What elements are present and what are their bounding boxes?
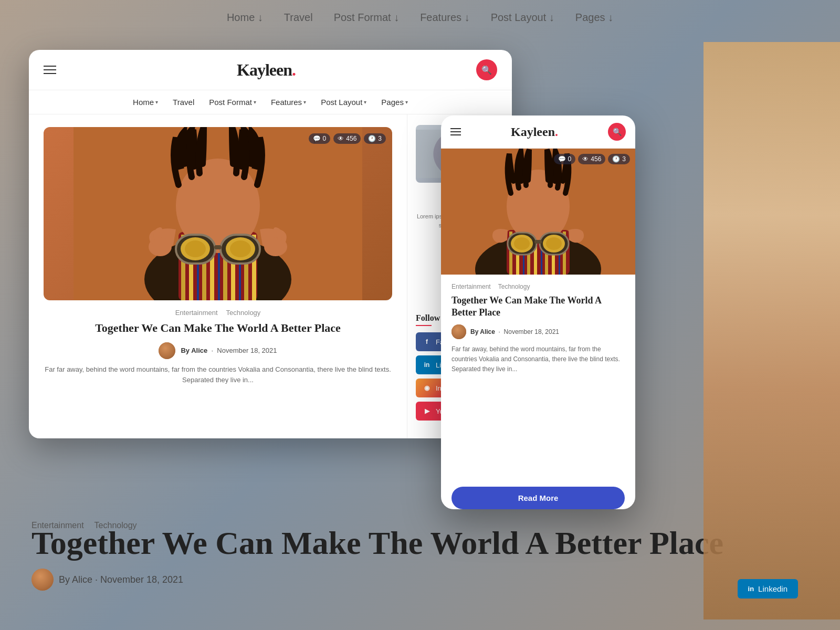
article-categories: Entertainment Technology	[44, 309, 392, 317]
mobile-header: Kayleen. 🔍	[441, 116, 635, 149]
mobile-mockup: Kayleen. 🔍	[441, 116, 635, 509]
search-icon: 🔍	[481, 65, 492, 75]
bg-right-panel	[704, 42, 840, 620]
article-author-row: By Alice · November 18, 2021	[44, 342, 392, 359]
mobile-categories: Entertainment Technology	[452, 283, 625, 290]
mobile-article-excerpt: Far far away, behind the word mountains,…	[452, 344, 625, 375]
linkedin-label: Linkedin	[758, 584, 788, 593]
instagram-icon: ◉	[422, 383, 432, 393]
svg-point-47	[546, 237, 562, 250]
article-image: 💬 0 👁 456 🕐 3	[44, 127, 392, 300]
article-excerpt: Far far away, behind the word mountains,…	[44, 364, 392, 386]
mobile-content: Entertainment Technology Together We Can…	[441, 275, 635, 479]
nav-postformat[interactable]: Post Format ▾	[209, 98, 256, 107]
svg-rect-48	[534, 240, 542, 244]
mobile-views-badge: 👁 456	[578, 154, 605, 164]
bg-author-avatar	[32, 569, 54, 591]
article-date: November 18, 2021	[217, 346, 277, 354]
nav-postlayout[interactable]: Post Layout ▾	[321, 98, 366, 107]
bg-nav-travel[interactable]: Travel	[284, 12, 313, 24]
nav-travel[interactable]: Travel	[173, 98, 194, 107]
follow-divider	[416, 325, 432, 326]
svg-point-46	[514, 237, 530, 250]
svg-rect-21	[214, 245, 222, 249]
logo-dot: .	[292, 60, 296, 79]
desktop-logo: Kayleen.	[237, 60, 296, 80]
hamburger-menu-button[interactable]	[44, 66, 56, 74]
logo-text: Kayleen	[237, 60, 292, 79]
mobile-article-badges: 💬 0 👁 456 🕐 3	[554, 154, 630, 164]
desktop-header: Kayleen. 🔍	[29, 50, 512, 90]
article-badges: 💬 0 👁 456 🕐 3	[309, 133, 386, 144]
bg-nav: Home ↓ Travel Post Format ↓ Features ↓ P…	[0, 12, 840, 24]
mobile-likes-badge: 🕐 3	[608, 154, 630, 164]
desktop-content: 💬 0 👁 456 🕐 3 Entertainment Technol	[29, 114, 512, 438]
facebook-icon: f	[422, 337, 432, 346]
youtube-icon: ▶	[422, 406, 432, 416]
views-badge: 👁 456	[333, 133, 361, 144]
mobile-article-title: Together We Can Make The World A Better …	[452, 295, 625, 319]
comment-icon: 💬	[313, 135, 321, 142]
views-icon: 👁	[338, 135, 344, 142]
mobile-hamburger-line2	[450, 131, 461, 132]
desktop-nav: Home ▾ Travel Post Format ▾ Features ▾ P…	[29, 90, 512, 114]
likes-icon: 🕐	[368, 135, 376, 142]
svg-point-19	[185, 240, 206, 257]
article-cat-entertainment[interactable]: Entertainment	[175, 309, 218, 317]
nav-pages-chevron: ▾	[405, 99, 408, 105]
author-avatar	[159, 342, 175, 359]
mobile-author-name: By Alice	[470, 328, 495, 335]
nav-pages[interactable]: Pages ▾	[381, 98, 408, 107]
mobile-author-info: By Alice · November 18, 2021	[470, 328, 559, 335]
bg-linkedin-button[interactable]: in Linkedin	[738, 579, 798, 598]
hamburger-line1	[44, 66, 56, 67]
bg-nav-postlayout[interactable]: Post Layout ↓	[491, 12, 554, 24]
bg-author-row: By Alice · November 18, 2021	[32, 569, 183, 591]
article-title: Together We Can Make The World A Better …	[44, 321, 392, 336]
mobile-comment-icon: 💬	[558, 155, 566, 163]
hamburger-line3	[44, 73, 56, 74]
linkedin-icon: in	[748, 585, 754, 593]
mobile-hamburger-line3	[450, 134, 461, 135]
mobile-logo-dot: .	[555, 125, 558, 139]
linkedin-icon: in	[422, 360, 432, 370]
bg-nav-pages[interactable]: Pages ↓	[575, 12, 613, 24]
mobile-likes-icon: 🕐	[612, 155, 620, 163]
bg-nav-postformat[interactable]: Post Format ↓	[334, 12, 399, 24]
main-article: 💬 0 👁 456 🕐 3 Entertainment Technol	[29, 114, 407, 438]
svg-point-20	[230, 240, 251, 257]
likes-badge: 🕐 3	[364, 133, 386, 144]
mobile-author-avatar	[452, 324, 466, 339]
mobile-search-button[interactable]: 🔍	[608, 123, 626, 141]
mobile-article-image: 💬 0 👁 456 🕐 3	[441, 149, 635, 275]
bg-nav-features[interactable]: Features ↓	[420, 12, 469, 24]
bg-author-text: By Alice · November 18, 2021	[59, 574, 183, 585]
nav-home[interactable]: Home ▾	[133, 98, 158, 107]
mobile-comments-badge: 💬 0	[554, 154, 576, 164]
comments-badge: 💬 0	[309, 133, 331, 144]
mobile-hamburger-line1	[450, 128, 461, 129]
mobile-article-date: November 18, 2021	[504, 328, 559, 335]
mobile-hamburger-button[interactable]	[450, 128, 461, 135]
author-info: By Alice · November 18, 2021	[181, 346, 277, 354]
mobile-author-row: By Alice · November 18, 2021	[452, 324, 625, 339]
mobile-logo: Kayleen.	[511, 125, 558, 139]
mobile-cat-entertainment[interactable]: Entertainment	[452, 283, 491, 290]
nav-features-chevron: ▾	[303, 99, 306, 105]
bg-nav-home[interactable]: Home ↓	[227, 12, 263, 24]
hamburger-line2	[44, 69, 56, 70]
nav-postlayout-chevron: ▾	[364, 99, 366, 105]
nav-features[interactable]: Features ▾	[271, 98, 306, 107]
mobile-search-icon: 🔍	[613, 128, 622, 136]
nav-postformat-chevron: ▾	[254, 99, 256, 105]
mobile-cat-technology[interactable]: Technology	[498, 283, 530, 290]
mobile-views-icon: 👁	[582, 155, 589, 163]
read-more-button[interactable]: Read More	[452, 487, 625, 509]
nav-home-chevron: ▾	[155, 99, 158, 105]
desktop-search-button[interactable]: 🔍	[476, 59, 497, 80]
article-cat-technology[interactable]: Technology	[226, 309, 261, 317]
author-name: By Alice	[181, 346, 207, 354]
desktop-mockup: Kayleen. 🔍 Home ▾ Travel Post Format ▾ F…	[29, 50, 512, 438]
